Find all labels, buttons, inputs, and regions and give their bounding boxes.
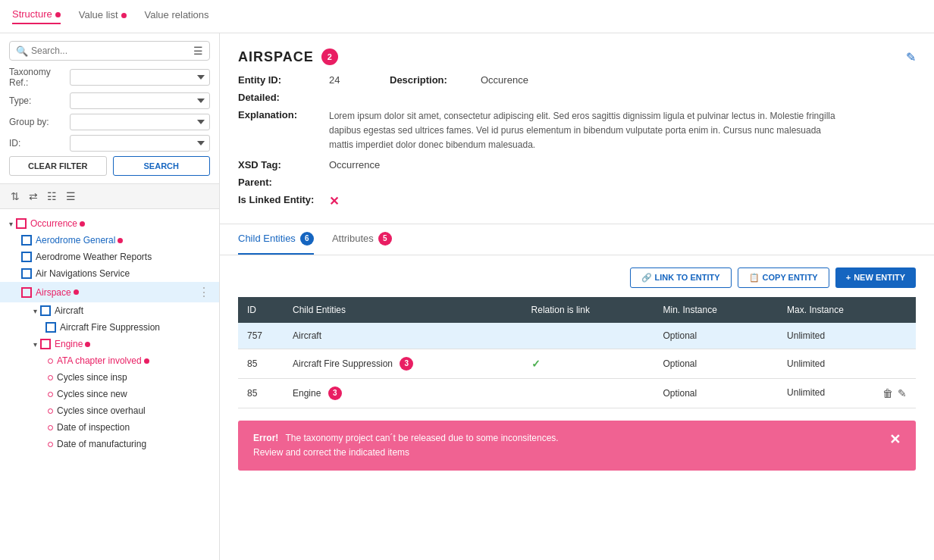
cell-max-3: Unlimited 🗑 ✎ <box>778 378 916 408</box>
search-row: 🔍 ☰ <box>9 41 210 61</box>
tree-item-cycles-insp[interactable]: Cycles since insp <box>0 369 219 386</box>
type-label: Type: <box>9 95 70 106</box>
col-min: Min. Instance <box>654 297 779 323</box>
edit-row-button[interactable]: ✎ <box>898 387 907 399</box>
nav-value-list[interactable]: Value list <box>79 9 127 23</box>
is-linked-label: Is Linked Entity: <box>238 194 329 205</box>
tree-label-occurrence: Occurrence <box>30 218 77 229</box>
tree-label-aircraft: Aircraft <box>55 305 83 316</box>
sort-za-icon[interactable]: ⇄ <box>27 189 39 204</box>
error-close-button[interactable]: ✕ <box>889 431 901 448</box>
tree-label-ata: ATA chapter involved <box>57 355 142 366</box>
tree-item-aircraft-fire[interactable]: Aircraft Fire Suppression <box>0 319 219 336</box>
tree-item-cycles-new[interactable]: Cycles since new <box>0 386 219 402</box>
groupby-select[interactable] <box>70 114 210 130</box>
tab-attributes-badge: 5 <box>378 232 392 246</box>
xsd-tag-value: Occurrence <box>329 159 380 171</box>
tree-label-date-inspection: Date of inspection <box>57 422 130 433</box>
type-select[interactable] <box>70 92 210 109</box>
filter-toggle-icon[interactable]: ☰ <box>193 45 203 57</box>
hierarchy-icon[interactable]: ☷ <box>45 189 58 204</box>
tree-item-air-nav[interactable]: Air Navigations Service <box>0 265 219 282</box>
tree-item-airspace[interactable]: Airspace ⋮ <box>0 282 219 302</box>
copy-icon: 📋 <box>749 273 760 283</box>
is-linked-row: Is Linked Entity: ✕ <box>238 194 916 208</box>
cell-relation-1 <box>522 323 654 349</box>
link-to-entity-button[interactable]: 🔗 LINK TO ENTITY <box>630 267 732 288</box>
cell-relation-3 <box>522 378 654 408</box>
cell-relation-2: ✓ <box>522 349 654 378</box>
cell-min-3: Optional <box>654 378 779 408</box>
nav-dot-structure <box>55 12 61 17</box>
col-child-entities: Child Entities <box>284 297 522 323</box>
tree-label-airspace: Airspace <box>36 287 71 298</box>
table-row[interactable]: 85 Aircraft Fire Suppression 3 ✓ Optiona… <box>238 349 916 378</box>
tree-label-engine: Engine <box>55 339 83 349</box>
empty-dot-cycles-new <box>48 392 53 397</box>
filter-buttons: CLEAR FILTER SEARCH <box>9 156 210 176</box>
tree-item-date-inspection[interactable]: Date of inspection <box>0 419 219 436</box>
content-panel: AIRSPACE 2 ✎ Entity ID: 24 Description: … <box>220 33 934 560</box>
entity-id-row: Entity ID: 24 Description: Occurence <box>238 74 916 86</box>
chevron-engine: ▾ <box>33 340 37 349</box>
grid-icon-occurrence <box>16 218 27 229</box>
search-icon: 🔍 <box>16 45 28 57</box>
search-button[interactable]: SEARCH <box>113 156 211 176</box>
table-section: 🔗 LINK TO ENTITY 📋 COPY ENTITY + NEW ENT… <box>220 255 934 495</box>
tree-item-occurrence[interactable]: ▾ Occurrence <box>0 215 219 232</box>
cell-max-1: Unlimited <box>778 323 916 349</box>
list-icon[interactable]: ☰ <box>64 189 77 204</box>
plus-icon: + <box>846 273 851 282</box>
error-text: Error! The taxonomy project can´t be rel… <box>253 431 880 460</box>
empty-dot-date-inspection <box>48 425 53 430</box>
sidebar-filters: 🔍 ☰ Taxonomy Ref.: Type: Group by: ID: <box>0 33 219 184</box>
dot-engine <box>85 342 90 347</box>
badge-engine: 3 <box>328 386 342 400</box>
nav-value-relations[interactable]: Value relations <box>145 9 209 23</box>
tree-item-engine[interactable]: ▾ Engine <box>0 336 219 352</box>
child-entities-table: ID Child Entities Relation is link Min. … <box>238 297 916 408</box>
table-row[interactable]: 85 Engine 3 Optional Unlimited 🗑 ✎ <box>238 378 916 408</box>
search-input[interactable] <box>31 45 193 56</box>
table-actions: 🔗 LINK TO ENTITY 📋 COPY ENTITY + NEW ENT… <box>238 267 916 288</box>
airspace-menu-dots[interactable]: ⋮ <box>198 285 210 299</box>
tree-item-date-manufacturing[interactable]: Date of manufacturing <box>0 436 219 452</box>
sidebar-toolbar: ⇅ ⇄ ☷ ☰ <box>0 184 219 209</box>
edit-icon[interactable]: ✎ <box>906 50 916 64</box>
parent-label: Parent: <box>238 177 329 188</box>
delete-row-button[interactable]: 🗑 <box>882 387 893 399</box>
xsd-tag-label: XSD Tag: <box>238 159 329 171</box>
empty-dot-cycles-overhaul <box>48 408 53 414</box>
tree-item-cycles-overhaul[interactable]: Cycles since overhaul <box>0 402 219 419</box>
id-select[interactable] <box>70 135 210 152</box>
grid-icon-engine <box>40 339 51 349</box>
table-row[interactable]: 757 Aircraft Optional Unlimited <box>238 323 916 349</box>
sidebar: 🔍 ☰ Taxonomy Ref.: Type: Group by: ID: <box>0 33 220 560</box>
grid-icon-aerodrome-weather <box>21 252 32 262</box>
col-max: Max. Instance <box>778 297 916 323</box>
copy-entity-button[interactable]: 📋 COPY ENTITY <box>738 267 829 288</box>
empty-dot-cycles-insp <box>48 375 53 380</box>
tree-label-aerodrome-general: Aerodrome General <box>36 235 115 246</box>
entity-tabs: Child Entities 6 Attributes 5 <box>220 224 934 255</box>
sort-az-icon[interactable]: ⇅ <box>9 189 21 204</box>
tree-label-air-nav: Air Navigations Service <box>36 268 130 279</box>
tab-child-entities[interactable]: Child Entities 6 <box>238 224 314 255</box>
nav-structure[interactable]: Structure <box>12 8 61 24</box>
taxonomy-ref-select[interactable] <box>70 69 210 86</box>
link-icon: 🔗 <box>641 273 652 283</box>
nav-dot-valuelist <box>121 13 127 18</box>
tree-item-aerodrome-general[interactable]: Aerodrome General <box>0 232 219 249</box>
tab-attributes[interactable]: Attributes 5 <box>332 224 392 255</box>
tree-item-ata[interactable]: ATA chapter involved <box>0 352 219 369</box>
main-layout: 🔍 ☰ Taxonomy Ref.: Type: Group by: ID: <box>0 33 934 560</box>
tree-item-aerodrome-weather[interactable]: Aerodrome Weather Reports <box>0 249 219 265</box>
new-entity-button[interactable]: + NEW ENTITY <box>835 267 916 288</box>
tree-label-aircraft-fire: Aircraft Fire Suppression <box>60 322 160 333</box>
tree-item-aircraft[interactable]: ▾ Aircraft <box>0 302 219 319</box>
clear-filter-button[interactable]: CLEAR FILTER <box>9 156 107 176</box>
badge-fire: 3 <box>400 357 413 371</box>
description-label: Description: <box>390 74 481 86</box>
empty-dot-date-manufacturing <box>48 442 53 447</box>
explanation-value: Lorem ipsum dolor sit amet, consectetur … <box>329 109 845 153</box>
